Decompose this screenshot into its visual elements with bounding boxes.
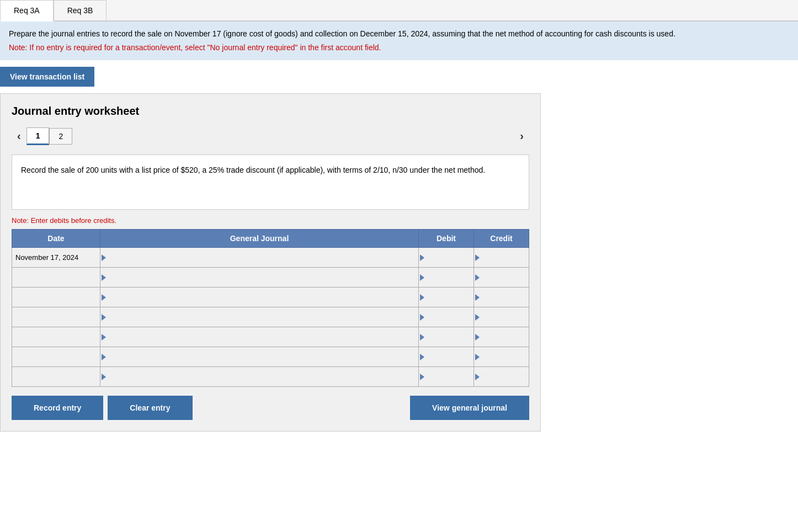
- input-gj-5[interactable]: [100, 347, 418, 366]
- input-credit-0[interactable]: [474, 248, 529, 267]
- input-debit-5[interactable]: [419, 347, 474, 366]
- input-debit-6[interactable]: [419, 367, 474, 386]
- input-date-3[interactable]: [12, 307, 100, 327]
- cell-date-4: [12, 327, 100, 347]
- cell-credit-3: [474, 307, 529, 327]
- tab-req3a[interactable]: Req 3A: [0, 0, 54, 22]
- worksheet-title: Journal entry worksheet: [12, 105, 529, 118]
- arrow-icon-4: [102, 334, 106, 341]
- clear-entry-button[interactable]: Clear entry: [108, 396, 192, 420]
- table-row: [12, 327, 529, 347]
- view-general-journal-button[interactable]: View general journal: [410, 396, 529, 420]
- col-header-gj: General Journal: [100, 230, 419, 248]
- arrow-credit-icon-4: [475, 334, 480, 341]
- arrow-icon-2: [102, 294, 106, 301]
- input-debit-0[interactable]: [419, 248, 474, 267]
- input-credit-1[interactable]: [474, 268, 529, 287]
- cell-gj-6: [100, 367, 419, 387]
- col-header-date: Date: [12, 230, 100, 248]
- cell-credit-4: [474, 327, 529, 347]
- input-debit-4[interactable]: [419, 327, 474, 347]
- arrow-debit-icon-1: [420, 274, 424, 281]
- cell-gj-3: [100, 307, 419, 327]
- cell-debit-2: [419, 288, 474, 307]
- arrow-icon-3: [102, 314, 106, 321]
- cell-date-1: [12, 268, 100, 288]
- note-debits: Note: Enter debits before credits.: [12, 216, 529, 225]
- input-credit-4[interactable]: [474, 327, 529, 347]
- tab-bar: Req 3A Req 3B: [0, 0, 798, 22]
- cell-gj-4: [100, 327, 419, 347]
- input-gj-3[interactable]: [100, 307, 418, 327]
- arrow-icon-1: [102, 274, 106, 281]
- arrow-icon-0: [102, 254, 106, 261]
- view-transaction-button[interactable]: View transaction list: [0, 67, 94, 87]
- arrow-debit-icon-3: [420, 314, 424, 321]
- input-date-6[interactable]: [12, 367, 100, 386]
- cell-date-3: [12, 307, 100, 327]
- arrow-icon-5: [102, 354, 106, 360]
- button-row: Record entry Clear entry View general jo…: [12, 396, 529, 420]
- arrow-credit-icon-0: [475, 254, 480, 261]
- arrow-credit-icon-2: [475, 294, 480, 301]
- cell-credit-2: [474, 288, 529, 307]
- prev-page-arrow[interactable]: ‹: [12, 126, 26, 146]
- input-gj-0[interactable]: [100, 248, 418, 267]
- next-page-arrow[interactable]: ›: [514, 126, 529, 146]
- cell-date-0: [12, 248, 100, 268]
- arrow-credit-icon-3: [475, 314, 480, 321]
- input-debit-2[interactable]: [419, 288, 474, 307]
- journal-table: Date General Journal Debit Credit: [12, 229, 529, 387]
- cell-credit-1: [474, 268, 529, 288]
- cell-credit-0: [474, 248, 529, 268]
- cell-debit-6: [419, 367, 474, 387]
- input-credit-6[interactable]: [474, 367, 529, 386]
- cell-date-5: [12, 347, 100, 367]
- table-row: [12, 347, 529, 367]
- worksheet-container: Journal entry worksheet ‹ 1 2 › Record t…: [0, 93, 541, 432]
- cell-date-6: [12, 367, 100, 387]
- table-row: [12, 248, 529, 268]
- cell-debit-5: [419, 347, 474, 367]
- input-debit-3[interactable]: [419, 307, 474, 327]
- arrow-credit-icon-6: [475, 374, 480, 380]
- input-gj-1[interactable]: [100, 268, 418, 287]
- instruction-main-text: Prepare the journal entries to record th…: [9, 29, 675, 38]
- input-credit-3[interactable]: [474, 307, 529, 327]
- input-date-0[interactable]: [12, 248, 100, 267]
- arrow-debit-icon-6: [420, 374, 424, 380]
- page-tab-1[interactable]: 1: [26, 127, 50, 145]
- input-gj-2[interactable]: [100, 288, 418, 307]
- tab-req3b[interactable]: Req 3B: [54, 0, 107, 20]
- input-gj-6[interactable]: [100, 367, 418, 386]
- arrow-debit-icon-4: [420, 334, 424, 341]
- input-credit-5[interactable]: [474, 347, 529, 366]
- cell-gj-5: [100, 347, 419, 367]
- input-date-4[interactable]: [12, 327, 100, 347]
- input-date-2[interactable]: [12, 288, 100, 307]
- table-row: [12, 307, 529, 327]
- col-header-credit: Credit: [474, 230, 529, 248]
- input-date-1[interactable]: [12, 268, 100, 287]
- table-row: [12, 268, 529, 288]
- input-debit-1[interactable]: [419, 268, 474, 287]
- description-box: Record the sale of 200 units with a list…: [12, 155, 529, 210]
- cell-date-2: [12, 288, 100, 307]
- cell-gj-0: [100, 248, 419, 268]
- page-nav: ‹ 1 2 ›: [12, 126, 529, 146]
- input-date-5[interactable]: [12, 347, 100, 366]
- cell-debit-3: [419, 307, 474, 327]
- cell-gj-2: [100, 288, 419, 307]
- arrow-debit-icon-2: [420, 294, 424, 301]
- cell-credit-6: [474, 367, 529, 387]
- cell-gj-1: [100, 268, 419, 288]
- input-credit-2[interactable]: [474, 288, 529, 307]
- input-gj-4[interactable]: [100, 327, 418, 347]
- instruction-box: Prepare the journal entries to record th…: [0, 22, 798, 60]
- cell-debit-0: [419, 248, 474, 268]
- arrow-credit-icon-5: [475, 354, 480, 360]
- arrow-debit-icon-0: [420, 254, 424, 261]
- page-tab-2[interactable]: 2: [49, 128, 72, 145]
- record-entry-button[interactable]: Record entry: [12, 396, 103, 420]
- cell-debit-4: [419, 327, 474, 347]
